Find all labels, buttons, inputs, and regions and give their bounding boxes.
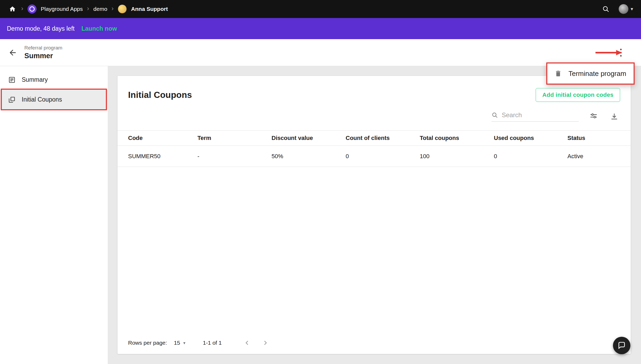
- workspace-logo-icon: [28, 4, 37, 13]
- breadcrumb-separator: ›: [21, 5, 23, 12]
- column-header: Code: [128, 135, 197, 142]
- content: Summary Initial Coupons Initial Coupons …: [0, 66, 641, 364]
- topbar-actions: ▾: [600, 3, 633, 15]
- cell-discount-value: 50%: [272, 153, 346, 160]
- breadcrumb: › Playground Apps › demo › Anna Support: [8, 4, 168, 13]
- page-title: Summer: [24, 52, 62, 60]
- summary-icon: [8, 76, 16, 84]
- breadcrumb-app[interactable]: demo: [93, 6, 107, 12]
- pagination-range: 1-1 of 1: [203, 340, 222, 346]
- sidebar-item-label: Initial Coupons: [22, 96, 62, 103]
- cell-code: SUMMER50: [128, 153, 197, 160]
- kebab-menu-icon[interactable]: [616, 47, 626, 58]
- demo-banner-text: Demo mode, 48 days left: [7, 25, 75, 32]
- pagination: Rows per page: 15 ▾ 1-1 of 1: [118, 332, 631, 354]
- sidebar-item-initial-coupons[interactable]: Initial Coupons: [0, 90, 108, 110]
- home-icon[interactable]: [8, 4, 17, 13]
- column-header: Total coupons: [420, 135, 494, 142]
- cell-status: Active: [567, 153, 620, 160]
- next-page-icon[interactable]: [260, 338, 270, 348]
- previous-page-icon[interactable]: [242, 338, 252, 348]
- rows-per-page-value: 15: [174, 340, 180, 346]
- search-icon: [491, 111, 498, 119]
- trash-icon: [554, 69, 563, 78]
- breadcrumb-account[interactable]: Anna Support: [131, 6, 168, 12]
- table-toolbar: [118, 105, 631, 130]
- rows-per-page-label: Rows per page:: [128, 340, 167, 346]
- column-header: Discount value: [272, 135, 346, 142]
- page-titles: Referral program Summer: [24, 45, 62, 60]
- chat-icon: [617, 341, 626, 350]
- search-input[interactable]: [502, 111, 579, 119]
- card-title: Initial Coupons: [128, 90, 192, 100]
- cell-total-coupons: 100: [420, 153, 494, 160]
- breadcrumb-workspace[interactable]: Playground Apps: [41, 6, 83, 12]
- breadcrumb-separator: ›: [87, 5, 89, 12]
- launch-now-link[interactable]: Launch now: [82, 25, 117, 32]
- user-avatar: [619, 4, 629, 14]
- coupons-icon: [8, 96, 16, 104]
- menu-item-terminate-program[interactable]: Terminate program: [568, 70, 626, 78]
- initial-coupons-card: Initial Coupons Add initial coupon codes…: [118, 76, 631, 354]
- page-header: Referral program Summer: [0, 39, 641, 66]
- column-header: Status: [567, 135, 620, 142]
- chevron-down-icon: ▾: [183, 340, 185, 345]
- coupons-table: Code Term Discount value Count of client…: [118, 130, 631, 167]
- user-menu[interactable]: ▾: [619, 4, 633, 14]
- column-header: Used coupons: [494, 135, 567, 142]
- topbar: › Playground Apps › demo › Anna Support …: [0, 0, 641, 18]
- add-initial-coupon-codes-button[interactable]: Add initial coupon codes: [536, 88, 620, 102]
- card-header: Initial Coupons Add initial coupon codes: [118, 85, 631, 105]
- cell-used-coupons: 0: [494, 153, 567, 160]
- main-area: Initial Coupons Add initial coupon codes…: [108, 66, 641, 364]
- filter-columns-icon[interactable]: [588, 111, 599, 122]
- search-box[interactable]: [491, 111, 579, 122]
- search-icon[interactable]: [600, 3, 612, 15]
- sidebar-item-summary[interactable]: Summary: [0, 70, 108, 90]
- table-row[interactable]: SUMMER50 - 50% 0 100 0 Active: [118, 146, 631, 167]
- breadcrumb-separator: ›: [111, 5, 114, 12]
- cell-term: -: [197, 153, 272, 160]
- chevron-down-icon: ▾: [631, 6, 633, 12]
- column-header: Term: [197, 135, 272, 142]
- page-subtitle: Referral program: [24, 45, 62, 51]
- download-icon[interactable]: [608, 111, 620, 122]
- kebab-dropdown-menu: Terminate program: [546, 62, 635, 85]
- sidebar-item-label: Summary: [22, 76, 48, 83]
- account-avatar: [118, 4, 127, 13]
- chat-button[interactable]: [613, 337, 630, 354]
- sidebar: Summary Initial Coupons: [0, 66, 108, 364]
- rows-per-page-select[interactable]: 15 ▾: [174, 340, 185, 346]
- demo-banner: Demo mode, 48 days left Launch now: [0, 18, 641, 39]
- back-button[interactable]: [7, 47, 19, 58]
- table-header-row: Code Term Discount value Count of client…: [118, 130, 631, 146]
- cell-count-of-clients: 0: [346, 153, 420, 160]
- column-header: Count of clients: [346, 135, 420, 142]
